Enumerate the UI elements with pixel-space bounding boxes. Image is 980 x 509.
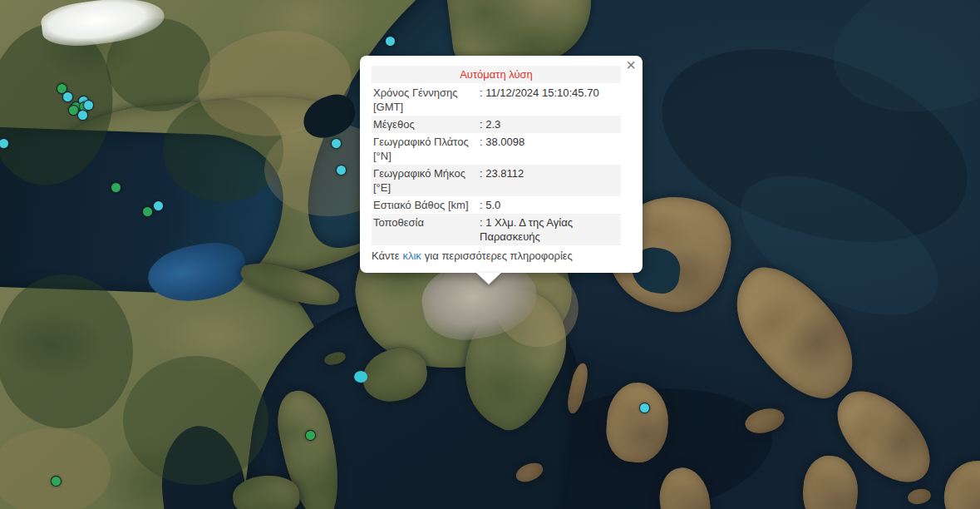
row-label: Γεωγραφικό Μήκος [°E] (372, 165, 480, 196)
row-label: Εστιακό Βάθος [km] (372, 196, 480, 214)
earthquake-marker[interactable] (153, 200, 164, 211)
footer-text: Κάντε (372, 250, 399, 262)
footer-text: για περισσότερες πληροφορίες (425, 250, 573, 262)
row-value: : 2.3 (480, 116, 621, 133)
popup-table: Χρόνος Γέννησης [GMT] : 11/12/2024 15:10… (372, 84, 621, 245)
earthquake-marker[interactable] (62, 91, 73, 102)
table-row: Εστιακό Βάθος [km] : 5.0 (372, 196, 621, 214)
popup-content: Αυτόματη λύση Χρόνος Γέννησης [GMT] : 11… (372, 66, 621, 263)
row-value: : 5.0 (480, 196, 621, 214)
earthquake-marker[interactable] (83, 100, 94, 111)
earthquake-marker[interactable] (639, 403, 650, 413)
earthquake-marker[interactable] (77, 110, 88, 121)
table-row: Χρόνος Γέννησης [GMT] : 11/12/2024 15:10… (372, 84, 621, 116)
popup-pointer (476, 273, 501, 284)
row-value: : 23.8112 (480, 165, 621, 196)
popup-close-button[interactable]: × (626, 57, 636, 73)
more-info-link[interactable]: κλικ (402, 250, 421, 262)
table-row: Γεωγραφικό Πλάτος [°N] : 38.0098 (372, 133, 621, 165)
earthquake-marker[interactable] (336, 165, 347, 175)
earthquake-popup: × Αυτόματη λύση Χρόνος Γέννησης [GMT] : … (360, 56, 643, 273)
table-row: Γεωγραφικό Μήκος [°E] : 23.8112 (372, 165, 621, 196)
row-value: : 1 Χλμ. Δ της Αγίας Παρασκευής (480, 214, 621, 245)
table-row: Τοποθεσία : 1 Χλμ. Δ της Αγίας Παρασκευή… (372, 214, 621, 245)
map-viewport: × Αυτόματη λύση Χρόνος Γέννησης [GMT] : … (0, 0, 980, 509)
row-label: Τοποθεσία (372, 214, 480, 245)
popup-title: Αυτόματη λύση (372, 66, 621, 83)
row-label: Μέγεθος (372, 116, 480, 133)
earthquake-marker[interactable] (385, 36, 396, 47)
earthquake-marker[interactable] (142, 206, 153, 217)
earthquake-marker[interactable] (305, 430, 316, 441)
earthquake-marker[interactable] (331, 138, 342, 149)
earthquake-marker[interactable] (51, 476, 62, 487)
table-row: Μέγεθος : 2.3 (372, 116, 621, 133)
row-value: : 38.0098 (480, 133, 621, 165)
popup-footer: Κάντεκλικγια περισσότερες πληροφορίες (372, 249, 621, 263)
row-label: Γεωγραφικό Πλάτος [°N] (372, 133, 480, 165)
row-label: Χρόνος Γέννησης [GMT] (372, 84, 480, 116)
earthquake-marker[interactable] (0, 138, 9, 149)
earthquake-marker[interactable] (111, 182, 121, 193)
row-value: : 11/12/2024 15:10:45.70 (480, 84, 621, 116)
